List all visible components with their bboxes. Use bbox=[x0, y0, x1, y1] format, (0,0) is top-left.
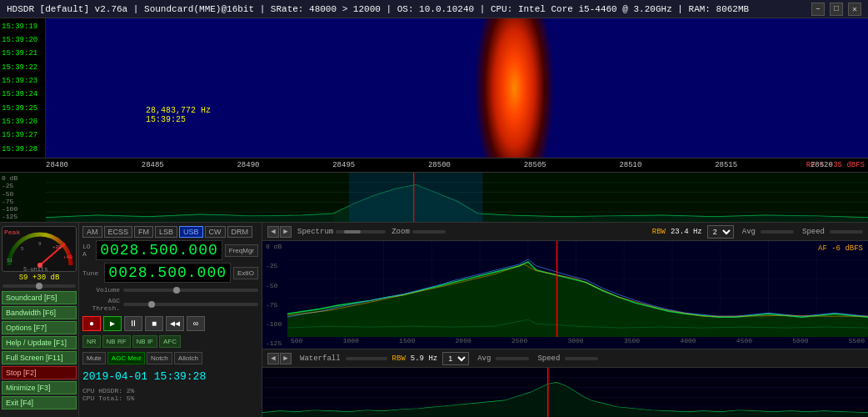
mode-btn-drm[interactable]: DRM bbox=[227, 226, 253, 238]
audio-freq-axis: 500 1000 1500 2000 2500 3000 3500 4000 4… bbox=[287, 337, 868, 349]
timestamp: 15:39:21 bbox=[2, 48, 43, 59]
play-button[interactable]: ▶ bbox=[103, 316, 122, 331]
freq-marker: 28520 bbox=[811, 161, 833, 169]
waterfall-next[interactable]: ▶ bbox=[280, 353, 292, 364]
left-btn-stop-[f2][interactable]: Stop [F2] bbox=[2, 366, 77, 379]
nr-btn-afc[interactable]: AFC bbox=[159, 335, 181, 348]
timestamp: 15:39:28 bbox=[2, 144, 43, 155]
agc-thresh-track[interactable] bbox=[123, 303, 258, 306]
left-buttons: Soundcard [F5]Bandwidth [F6]Options [F7]… bbox=[2, 291, 77, 409]
speed-slider-lower[interactable] bbox=[565, 357, 598, 360]
spectrum-next[interactable]: ▶ bbox=[280, 226, 292, 238]
af-label: AF -6 dBFS bbox=[818, 244, 863, 253]
volume-track[interactable] bbox=[123, 289, 258, 292]
lower-controls: ◀ ▶ Waterfall RBW 5.9 Hz 1 2 4 Avg Speed bbox=[262, 349, 868, 368]
mode-row: AMECSSFMLSBUSBCWDRM bbox=[82, 226, 258, 238]
spectrum-prev[interactable]: ◀ bbox=[267, 226, 279, 238]
audio-spectrum[interactable]: 0 dB -25 -50 -75 -100 -125 bbox=[262, 241, 868, 349]
freq-marker: 28490 bbox=[237, 161, 259, 169]
db-label: -75 bbox=[2, 198, 44, 205]
zoom-label: Zoom bbox=[392, 228, 410, 236]
left-btn-minimize-[f3][interactable]: Minimize [F3] bbox=[2, 381, 77, 394]
agc-btn-mute[interactable]: Mute bbox=[82, 352, 106, 364]
center-panel: AMECSSFMLSBUSBCWDRM LO A 0028.500.000 Fr… bbox=[79, 223, 262, 417]
right-panel: ◀ ▶ Spectrum Zoom RBW 23.4 Hz 1 2 4 8 bbox=[262, 223, 868, 417]
svg-text:S-units: S-units bbox=[23, 266, 47, 272]
left-btn-help-/-update-[f1][interactable]: Help / Update [F1] bbox=[2, 336, 77, 349]
loop-button[interactable]: ∞ bbox=[187, 316, 205, 331]
volume-label: Volume bbox=[82, 286, 120, 294]
left-btn-bandwidth-[f6][interactable]: Bandwidth [F6] bbox=[2, 306, 77, 319]
stop-button[interactable]: ■ bbox=[145, 316, 163, 331]
main-content: 15:39:1915:39:2015:39:2115:39:2215:39:23… bbox=[0, 18, 868, 417]
mode-btn-cw[interactable]: CW bbox=[205, 226, 226, 238]
speed-slider-top[interactable] bbox=[830, 230, 863, 234]
timestamp: 15:39:26 bbox=[2, 117, 43, 128]
zoom-slider[interactable] bbox=[412, 230, 446, 234]
svg-text:5: 5 bbox=[21, 246, 24, 252]
rbw-controls-top: ◀ ▶ Spectrum Zoom RBW 23.4 Hz 1 2 4 8 bbox=[262, 223, 868, 241]
freq-marker: 28480 bbox=[46, 161, 68, 169]
waterfall-scroll[interactable] bbox=[346, 357, 387, 360]
rbw-value-top: 23.4 Hz bbox=[671, 228, 702, 236]
timestamp: 15:39:25 bbox=[2, 103, 43, 114]
transport-row: ● ▶ ⏸ ■ ◀◀ ∞ bbox=[82, 316, 258, 331]
squelch-track[interactable] bbox=[2, 284, 76, 288]
svg-rect-7 bbox=[349, 173, 482, 222]
rbw-select-lower[interactable]: 1 2 4 bbox=[442, 352, 469, 365]
spectrum-scroll-thumb[interactable] bbox=[344, 230, 361, 234]
waterfall-prev[interactable]: ◀ bbox=[267, 353, 279, 364]
db-label: -125 bbox=[2, 213, 44, 220]
avg-label-top: Avg bbox=[742, 228, 756, 236]
nr-btn-nb-if[interactable]: NB IF bbox=[132, 335, 157, 348]
mode-btn-usb[interactable]: USB bbox=[179, 226, 203, 238]
svg-text:+40: +40 bbox=[63, 254, 72, 260]
waterfall-canvas[interactable]: 28,483,772 Hz 15:39:25 bbox=[46, 18, 868, 158]
squelch-thumb[interactable] bbox=[36, 283, 42, 289]
volume-thumb[interactable] bbox=[173, 287, 180, 294]
minimize-button[interactable]: – bbox=[811, 3, 825, 16]
freq-marker: 28500 bbox=[428, 161, 451, 169]
avg-slider-top[interactable] bbox=[761, 230, 794, 234]
rewind-button[interactable]: ◀◀ bbox=[166, 316, 184, 331]
left-btn-full-screen-[f11][interactable]: Full Screen [F11] bbox=[2, 351, 77, 364]
maximize-button[interactable]: □ bbox=[830, 3, 843, 16]
freqmgr-button[interactable]: FreqMgr bbox=[225, 244, 258, 257]
spectrum-svg bbox=[46, 173, 868, 222]
avg-slider-lower[interactable] bbox=[496, 357, 529, 360]
nr-btn-nb-rf[interactable]: NB RF bbox=[102, 335, 131, 348]
spectrum-scroll[interactable] bbox=[336, 230, 386, 234]
spectrum-label: Spectrum bbox=[297, 228, 333, 236]
freq-marker: 28485 bbox=[142, 161, 164, 169]
lo-freq-row: LO A 0028.500.000 FreqMgr bbox=[82, 240, 258, 260]
pause-button[interactable]: ⏸ bbox=[124, 316, 142, 331]
agc-thresh-thumb[interactable] bbox=[148, 301, 155, 308]
nr-btn-nr[interactable]: NR bbox=[82, 335, 101, 348]
volume-slider-row: Volume bbox=[82, 286, 258, 294]
mode-btn-ecss[interactable]: ECSS bbox=[104, 226, 133, 238]
svg-text:S1: S1 bbox=[7, 258, 13, 264]
agc-btn-agc-med[interactable]: AGC Med bbox=[107, 352, 145, 364]
extio-button[interactable]: ExtIO bbox=[233, 267, 258, 279]
db-label: 0 dB bbox=[2, 174, 44, 182]
left-btn-soundcard-[f5][interactable]: Soundcard [F5] bbox=[2, 291, 77, 304]
spectrum-area: 0 dB-25-50-75-100-125 bbox=[0, 172, 868, 222]
freq-marker: 28515 bbox=[715, 161, 737, 169]
lo-freq-display[interactable]: 0028.500.000 bbox=[96, 240, 222, 260]
speed-label-lower: Speed bbox=[537, 354, 560, 363]
lower-spectrum[interactable] bbox=[262, 368, 868, 417]
left-btn-options-[f7][interactable]: Options [F7] bbox=[2, 321, 77, 334]
agc-row: MuteAGC MedNotchAllotch bbox=[82, 352, 258, 364]
left-btn-exit-[f4][interactable]: Exit [F4] bbox=[2, 396, 77, 409]
mode-btn-fm[interactable]: FM bbox=[134, 226, 153, 238]
mode-btn-am[interactable]: AM bbox=[82, 226, 102, 238]
close-button[interactable]: ✕ bbox=[848, 3, 861, 16]
tune-freq-display[interactable]: 0028.500.000 bbox=[104, 263, 231, 283]
rbw-select-top[interactable]: 1 2 4 8 bbox=[707, 225, 734, 239]
svg-text:+20: +20 bbox=[52, 244, 62, 250]
nr-row: NRNB RFNB IFAFC bbox=[82, 335, 258, 348]
agc-btn-allotch[interactable]: Allotch bbox=[174, 352, 202, 364]
record-button[interactable]: ● bbox=[82, 316, 101, 331]
mode-btn-lsb[interactable]: LSB bbox=[155, 226, 177, 238]
agc-btn-notch[interactable]: Notch bbox=[147, 352, 172, 364]
